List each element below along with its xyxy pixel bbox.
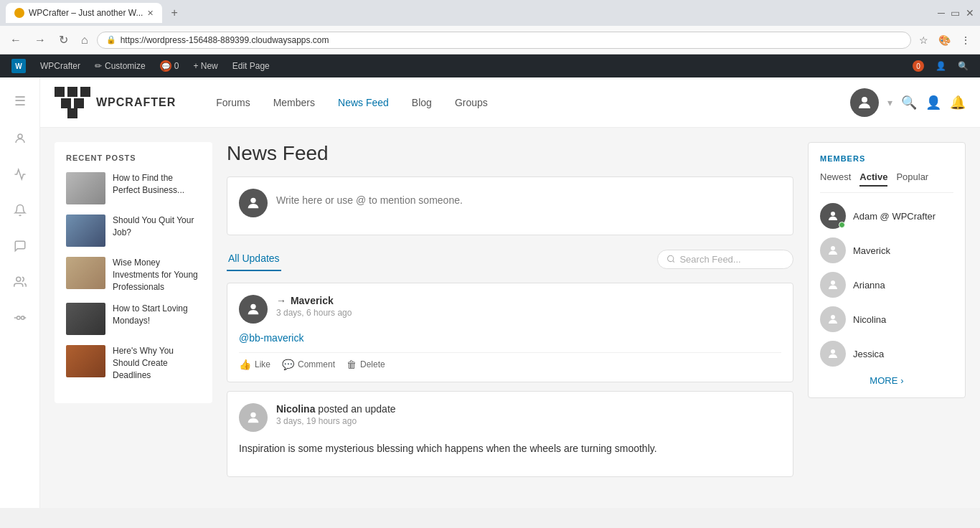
admin-comments[interactable]: 💬 0 [154,55,185,77]
admin-right-icon[interactable]: 0 [907,55,930,77]
members-tab-popular[interactable]: Popular [896,171,928,187]
post-title-2[interactable]: Should You Quit Your Job? [113,214,201,239]
filter-tab-all-updates[interactable]: All Updates [227,247,281,271]
svg-rect-6 [80,87,90,97]
main-area: WPCRAFTER Forums Members News Feed Blog … [40,77,980,508]
news-feed-section: News Feed All Updates [227,142,793,494]
user-avatar[interactable] [850,88,879,117]
sidebar-activity-icon[interactable] [9,164,31,185]
admin-customize[interactable]: ✏ Customize [89,55,151,77]
minimize-button[interactable]: ─ [938,7,945,19]
tab-close-button[interactable]: ✕ [147,9,154,18]
close-button[interactable]: ✕ [966,7,974,19]
wp-admin-bar: W WPCrafter ✏ Customize 💬 0 + New Edit P… [0,55,980,77]
home-button[interactable]: ⌂ [77,31,93,50]
browser-tab[interactable]: WPCrafter – Just another W... ✕ [6,3,162,23]
address-bar[interactable]: 🔒 https://wordpress-156488-889399.cloudw… [97,32,911,49]
member-name-adam[interactable]: Adam @ WPCrafter [853,211,936,222]
sidebar-groups-icon[interactable] [9,307,31,329]
member-item-maverick: Maverick [820,237,953,263]
svg-point-12 [668,255,674,261]
wp-logo-link[interactable]: W [6,55,32,77]
admin-edit-page[interactable]: Edit Page [227,55,275,77]
post-username-2[interactable]: Nicolina [276,403,315,415]
admin-search[interactable]: 🔍 [952,55,974,77]
like-button-1[interactable]: 👍 Like [239,359,270,370]
admin-profile[interactable]: 👤 [930,55,952,77]
admin-site-name[interactable]: WPCrafter [34,55,86,77]
sidebar-menu-icon[interactable]: ☰ [10,89,30,113]
comment-icon-1: 💬 [282,359,294,370]
header-search-icon[interactable]: 🔍 [901,95,917,110]
sidebar-user-icon[interactable] [9,128,31,149]
svg-rect-7 [61,98,71,108]
nav-members[interactable]: Members [262,91,326,114]
maximize-button[interactable]: ▭ [951,7,960,19]
members-more-icon: › [900,375,903,386]
url-text: https://wordpress-156488-889399.cloudway… [121,35,329,45]
member-avatar-arianna [820,272,846,298]
user-dropdown-arrow[interactable]: ▾ [887,97,892,108]
sidebar-friends-icon[interactable] [9,271,31,293]
header-profile-icon[interactable]: 👤 [925,95,941,110]
back-button[interactable]: ← [6,31,26,50]
reload-button[interactable]: ↻ [55,30,72,50]
svg-point-20 [831,349,835,354]
list-item: Here's Why You Should Create Deadlines [66,345,201,381]
members-more-label: MORE [870,375,897,386]
post-title-1[interactable]: How to Find the Perfect Business... [113,172,201,197]
nav-newsfeed[interactable]: News Feed [326,91,400,114]
post-content-link-1[interactable]: @bb-maverick [239,332,303,344]
comment-button-1[interactable]: 💬 Comment [282,359,335,370]
feed-post-2: Nicolina posted an update 3 days, 19 hou… [227,391,793,477]
nav-blog[interactable]: Blog [400,91,443,114]
composer-avatar [239,189,268,217]
post-user-name-1: → Maverick [276,295,781,306]
post-time-2: 3 days, 19 hours ago [276,416,781,426]
online-indicator-adam [839,222,845,228]
forward-button[interactable]: → [30,31,50,50]
post-title-3[interactable]: Wise Money Investments for Young Profess… [113,257,201,293]
site-logo: WPCRAFTER [55,87,176,118]
feed-post-1: → Maverick 3 days, 6 hours ago @bb-maver… [227,283,793,382]
bookmark-button[interactable]: ☆ [915,32,932,48]
new-tab-button[interactable]: + [166,6,182,19]
member-name-jessica[interactable]: Jessica [853,349,884,359]
member-name-arianna[interactable]: Arianna [853,280,885,291]
post-thumbnail-5 [66,345,105,377]
nav-forums[interactable]: Forums [204,91,261,114]
extensions-button[interactable]: 🎨 [935,32,954,48]
admin-new[interactable]: + New [187,55,223,77]
delete-button-1[interactable]: 🗑 Delete [347,359,385,370]
members-tab-active[interactable]: Active [859,171,887,187]
post-header-2: Nicolina posted an update 3 days, 19 hou… [239,403,781,432]
filter-tabs: All Updates [227,247,293,271]
post-actions-1: 👍 Like 💬 Comment 🗑 Delete [239,352,781,370]
search-feed-input[interactable] [679,254,784,265]
svg-point-18 [831,280,835,285]
post-title-4[interactable]: How to Start Loving Mondays! [113,303,201,327]
page-title: News Feed [227,142,793,165]
member-name-nicolina[interactable]: Nicolina [853,314,886,325]
like-icon-1: 👍 [239,359,251,370]
lock-icon: 🔒 [106,35,116,44]
svg-point-11 [250,198,255,203]
sidebar-notifications-icon[interactable] [9,199,31,221]
svg-point-16 [831,212,835,216]
post-avatar-maverick [239,295,268,324]
settings-button[interactable]: ⋮ [957,32,974,48]
composer-input[interactable] [276,189,781,223]
recent-posts-title: RECENT POSTS [66,154,201,162]
wp-logo: W [11,59,26,73]
member-name-maverick[interactable]: Maverick [853,245,890,256]
sidebar-messages-icon[interactable] [9,235,31,257]
post-title-5[interactable]: Here's Why You Should Create Deadlines [113,345,201,381]
nav-groups[interactable]: Groups [443,91,499,114]
members-tab-newest[interactable]: Newest [820,171,851,187]
post-time-1: 3 days, 6 hours ago [276,308,781,318]
header-notifications-icon[interactable]: 🔔 [950,95,966,110]
members-more-link[interactable]: MORE › [820,375,953,386]
svg-rect-8 [74,98,84,108]
search-feed-container [657,250,793,269]
post-username-1[interactable]: Maverick [291,295,334,306]
